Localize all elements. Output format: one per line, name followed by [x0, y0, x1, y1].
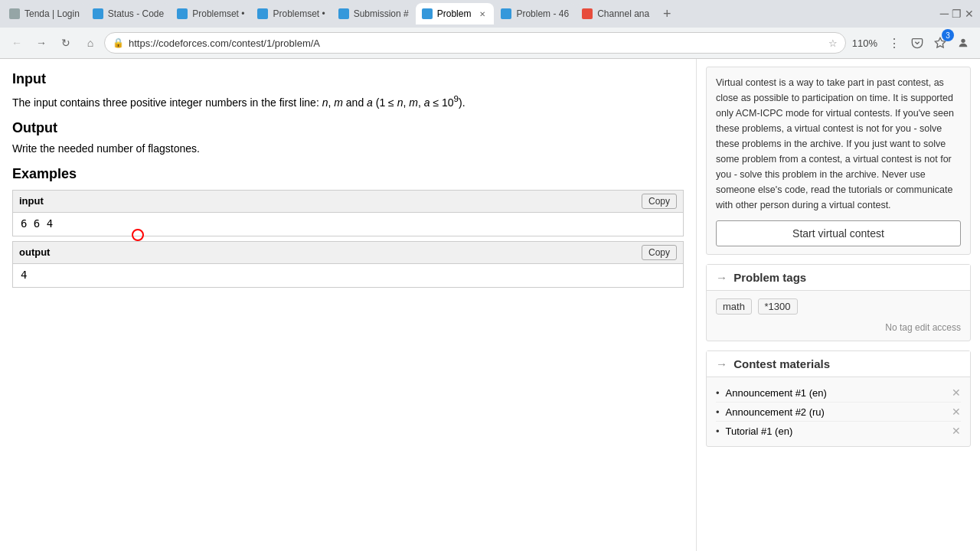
url-text: https://codeforces.com/contest/1/problem… [129, 37, 824, 49]
output-example-box: output Copy 4 [12, 241, 684, 288]
input-section-title: Input [12, 71, 684, 87]
material-item-0: • Announcement #1 (en) ✕ [716, 383, 961, 403]
back-button[interactable]: ← [6, 32, 28, 54]
contest-materials-arrow: → [716, 357, 727, 370]
virtual-contest-section: Virtual contest is a way to take part in… [706, 67, 971, 255]
url-bar[interactable]: 🔒 https://codeforces.com/contest/1/probl… [104, 32, 846, 54]
tab-favicon-status [93, 8, 103, 19]
tab-status[interactable]: Status - Code [87, 3, 170, 24]
tab-problemset2[interactable]: Problemset • [251, 3, 331, 24]
bookmark-star-icon[interactable]: ☆ [828, 37, 838, 49]
start-virtual-contest-button[interactable]: Start virtual contest [716, 220, 961, 246]
problem-tags-title: Problem tags [733, 271, 806, 284]
output-example-header: output Copy [13, 242, 683, 264]
contest-materials-header: → Contest materials [707, 351, 970, 377]
tab-label-status: Status - Code [108, 8, 164, 19]
problem-tags-header: → Problem tags [707, 265, 970, 291]
tag-difficulty[interactable]: *1300 [758, 298, 798, 315]
input-example-box: input Copy 6 6 4 [12, 190, 684, 236]
bullet-1: • [716, 406, 720, 418]
tab-favicon-problemset1 [177, 8, 188, 19]
material-label-1[interactable]: Announcement #2 (ru) [726, 406, 825, 418]
browser-chrome: Tenda | Login Status - Code Problemset •… [0, 0, 980, 59]
virtual-contest-body: Virtual contest is a way to take part in… [707, 67, 970, 254]
svg-point-1 [961, 39, 965, 43]
tab-label-problem46: Problem - 46 [516, 8, 569, 19]
material-left-2: • Tutorial #1 (en) [716, 425, 792, 437]
main-content: Input The input contains three positive … [0, 59, 697, 551]
nav-bar: ← → ↻ ⌂ 🔒 https://codeforces.com/contest… [0, 28, 980, 58]
reload-button[interactable]: ↻ [55, 32, 77, 54]
examples-title: Examples [12, 166, 684, 182]
material-close-1[interactable]: ✕ [952, 406, 961, 418]
extensions-button[interactable]: ⋮ [884, 32, 905, 54]
lock-icon: 🔒 [113, 37, 124, 48]
minimize-button[interactable]: ─ [940, 7, 949, 21]
tab-favicon-problem46 [501, 8, 511, 19]
tab-favicon-channel [582, 8, 593, 19]
new-tab-button[interactable]: + [656, 3, 678, 24]
tab-label-submission: Submission # [354, 8, 409, 19]
tab-problem-a[interactable]: Problem ✕ [416, 3, 495, 24]
input-section-text: The input contains three positive intege… [12, 92, 684, 111]
contest-materials-section: → Contest materials • Announcement #1 (e… [706, 350, 971, 447]
close-button[interactable]: ✕ [965, 8, 974, 20]
tab-favicon-problemset2 [257, 8, 268, 19]
bullet-0: • [716, 387, 720, 399]
material-item-2: • Tutorial #1 (en) ✕ [716, 422, 961, 440]
material-label-0[interactable]: Announcement #1 (en) [726, 387, 827, 399]
tab-label-problemset1: Problemset • [192, 8, 244, 19]
tab-label-channel: Channel ana [597, 8, 649, 19]
material-close-2[interactable]: ✕ [952, 425, 961, 437]
materials-list: • Announcement #1 (en) ✕ • Announcement … [707, 377, 970, 446]
tag-math[interactable]: math [716, 298, 752, 315]
profile-button[interactable] [952, 32, 974, 54]
tab-submission[interactable]: Submission # [332, 3, 415, 24]
output-example-label: output [19, 246, 50, 258]
sidebar: Virtual contest is a way to take part in… [697, 59, 980, 551]
material-left-1: • Announcement #2 (ru) [716, 406, 825, 418]
pocket-button[interactable] [906, 32, 928, 54]
bullet-2: • [716, 425, 720, 437]
tab-problem46[interactable]: Problem - 46 [495, 3, 575, 24]
material-left-0: • Announcement #1 (en) [716, 387, 827, 399]
problem-tags-arrow: → [716, 271, 727, 284]
forward-button[interactable]: → [31, 32, 52, 54]
copy-output-button[interactable]: Copy [642, 245, 677, 260]
zoom-level: 110% [849, 37, 880, 49]
tab-bar: Tenda | Login Status - Code Problemset •… [0, 0, 980, 28]
tags-container: math *1300 No tag edit access [707, 291, 970, 341]
material-item-1: • Announcement #2 (ru) ✕ [716, 403, 961, 422]
material-close-0[interactable]: ✕ [952, 386, 961, 399]
bookmark-badge: 3 [942, 29, 954, 41]
material-label-2[interactable]: Tutorial #1 (en) [726, 425, 793, 437]
input-example-value: 6 6 4 [13, 213, 683, 236]
home-button[interactable]: ⌂ [80, 32, 101, 54]
input-example-header: input Copy [13, 191, 683, 213]
virtual-contest-text: Virtual contest is a way to take part in… [716, 75, 961, 213]
tab-problemset1[interactable]: Problemset • [171, 3, 250, 24]
tab-channel[interactable]: Channel ana [576, 3, 655, 24]
input-example-label: input [19, 195, 44, 207]
output-example-value: 4 [13, 264, 683, 287]
tab-tenda[interactable]: Tenda | Login [3, 3, 86, 24]
tab-favicon-tenda [9, 8, 20, 19]
copy-input-button[interactable]: Copy [642, 194, 677, 209]
toolbar-right: ⋮ 3 [884, 32, 974, 54]
contest-materials-title: Contest materials [733, 357, 830, 370]
output-section-title: Output [12, 120, 684, 136]
no-tag-access-text: No tag edit access [716, 322, 961, 333]
tab-favicon-problem-a [422, 8, 433, 19]
restore-button[interactable]: ❐ [952, 8, 962, 20]
page-content: Input The input contains three positive … [0, 59, 980, 551]
tab-favicon-submission [338, 8, 349, 19]
window-controls: ─ ❐ ✕ [940, 7, 977, 21]
bookmark-button[interactable]: 3 [929, 32, 951, 54]
tab-label-problem-a: Problem [437, 8, 472, 19]
problem-tags-section: → Problem tags math *1300 No tag edit ac… [706, 264, 971, 341]
tab-close-problem-a[interactable]: ✕ [477, 8, 488, 19]
tab-label-tenda: Tenda | Login [24, 8, 80, 19]
tab-label-problemset2: Problemset • [273, 8, 325, 19]
output-section-text: Write the needed number of flagstones. [12, 141, 684, 157]
